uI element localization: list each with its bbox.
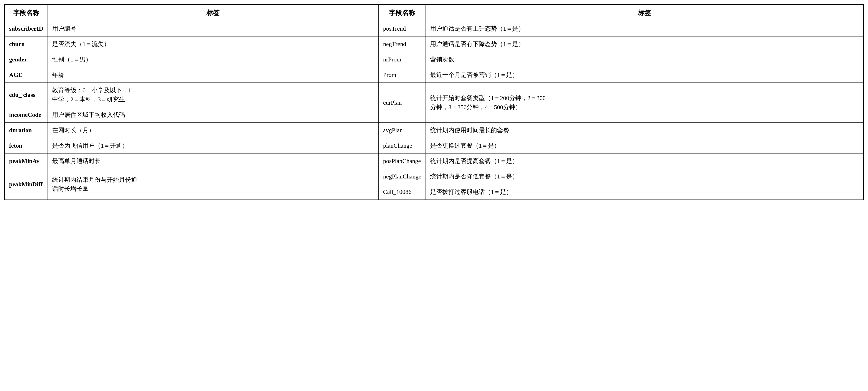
left-label: 教育等级：0＝小学及以下，1＝ 中学，2＝本科，3＝研究生 <box>48 83 379 107</box>
right-label: 统计期内是否提高套餐（1＝是） <box>426 153 863 169</box>
right-field-name: negTrend <box>379 36 426 52</box>
left-field-name: churn <box>5 36 48 52</box>
left-label: 是否为飞信用户（1＝开通） <box>48 138 379 153</box>
left-field-name: edu_ class <box>5 83 48 107</box>
right-label: 统计期内使用时间最长的套餐 <box>426 123 863 138</box>
table-row: feton是否为飞信用户（1＝开通）planChange是否更换过套餐（1＝是） <box>5 138 863 153</box>
right-label: 用户通话是否有上升态势（1＝是） <box>426 21 863 36</box>
header-left-label: 标签 <box>48 5 379 21</box>
left-label: 最高单月通话时长 <box>48 153 379 169</box>
header-right-field: 字段名称 <box>379 5 426 21</box>
right-label: 统计期内是否降低套餐（1＝是） <box>426 169 863 184</box>
left-label: 统计期内结束月份与开始月份通 话时长增长量 <box>48 169 379 200</box>
right-label: 统计开始时套餐类型（1＝200分钟，2＝300 分钟，3＝350分钟，4＝500… <box>426 83 863 123</box>
left-field-name: gender <box>5 52 48 67</box>
table-row: churn是否流失（1＝流失）negTrend用户通话是否有下降态势（1＝是） <box>5 36 863 52</box>
left-label: 是否流失（1＝流失） <box>48 36 379 52</box>
left-label: 在网时长（月） <box>48 123 379 138</box>
right-field-name: nrProm <box>379 52 426 67</box>
left-label: 年龄 <box>48 67 379 83</box>
left-label: 用户居住区域平均收入代码 <box>48 107 379 123</box>
table-row: gender性别（1＝男）nrProm营销次数 <box>5 52 863 67</box>
right-field-name: posPlanChange <box>379 153 426 169</box>
header-right-label: 标签 <box>426 5 863 21</box>
right-field-name: curPlan <box>379 83 426 123</box>
header-left-field: 字段名称 <box>5 5 48 21</box>
left-field-name: peakMinAv <box>5 153 48 169</box>
left-field-name: AGE <box>5 67 48 83</box>
table-row: edu_ class教育等级：0＝小学及以下，1＝ 中学，2＝本科，3＝研究生c… <box>5 83 863 107</box>
right-label: 营销次数 <box>426 52 863 67</box>
left-field-name: feton <box>5 138 48 153</box>
table-row: peakMinDiff统计期内结束月份与开始月份通 话时长增长量negPlanC… <box>5 169 863 184</box>
right-field-name: negPlanChange <box>379 169 426 184</box>
left-field-name: duration <box>5 123 48 138</box>
left-field-name: incomeCode <box>5 107 48 123</box>
right-field-name: Call_10086 <box>379 184 426 200</box>
table-row: AGE年龄Prom最近一个月是否被营销（1＝是） <box>5 67 863 83</box>
right-label: 是否拨打过客服电话（1＝是） <box>426 184 863 200</box>
right-label: 最近一个月是否被营销（1＝是） <box>426 67 863 83</box>
right-label: 是否更换过套餐（1＝是） <box>426 138 863 153</box>
left-label: 用户编号 <box>48 21 379 36</box>
right-field-name: avgPlan <box>379 123 426 138</box>
right-field-name: posTrend <box>379 21 426 36</box>
main-table: 字段名称 标签 字段名称 标签 subscriberID用户编号posTrend… <box>4 4 864 200</box>
left-label: 性别（1＝男） <box>48 52 379 67</box>
right-field-name: planChange <box>379 138 426 153</box>
table-row: peakMinAv最高单月通话时长posPlanChange统计期内是否提高套餐… <box>5 153 863 169</box>
left-field-name: peakMinDiff <box>5 169 48 200</box>
table-row: duration在网时长（月）avgPlan统计期内使用时间最长的套餐 <box>5 123 863 138</box>
right-field-name: Prom <box>379 67 426 83</box>
right-label: 用户通话是否有下降态势（1＝是） <box>426 36 863 52</box>
left-field-name: subscriberID <box>5 21 48 36</box>
table-row: subscriberID用户编号posTrend用户通话是否有上升态势（1＝是） <box>5 21 863 36</box>
